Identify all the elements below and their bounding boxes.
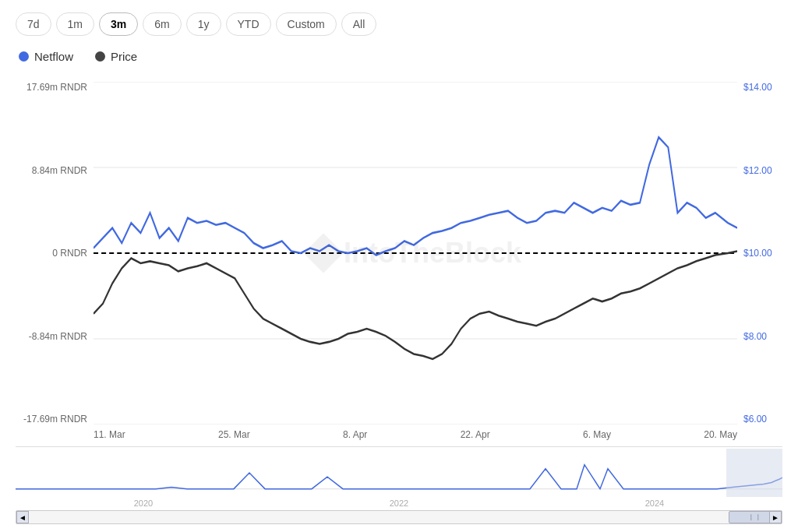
legend-dot-blue [19, 51, 29, 62]
y-axis-left-label: 8.84m RNDR [16, 165, 87, 176]
chart-svg-container: IntoTheBlock [94, 82, 737, 425]
time-range-bar: 7d1m3m6m1yYTDCustomAll [16, 12, 782, 36]
mini-x-label: 2022 [390, 499, 408, 508]
time-btn-ytd[interactable]: YTD [226, 12, 271, 36]
x-axis: 11. Mar25. Mar8. Apr22. Apr6. May20. May [16, 425, 782, 440]
time-btn-custom[interactable]: Custom [276, 12, 337, 36]
x-axis-label: 22. Apr [461, 429, 490, 440]
y-axis-left: 17.69m RNDR8.84m RNDR0 RNDR-8.84m RNDR-1… [16, 82, 94, 425]
y-axis-left-label: 0 RNDR [16, 248, 87, 259]
mini-chart-section: 202020222024 [16, 446, 782, 510]
y-axis-left-label: -8.84m RNDR [16, 331, 87, 342]
time-btn-1m[interactable]: 1m [56, 12, 94, 36]
y-axis-left-label: 17.69m RNDR [16, 82, 87, 93]
legend-dot-dark [95, 51, 105, 62]
svg-rect-6 [726, 449, 782, 497]
scroll-left-button[interactable]: ◄ [16, 511, 29, 523]
y-axis-right-label: $14.00 [743, 82, 782, 93]
main-chart-area: 17.69m RNDR8.84m RNDR0 RNDR-8.84m RNDR-1… [16, 82, 782, 425]
scroll-right-button[interactable]: ► [769, 511, 782, 523]
legend-label-price: Price [111, 50, 137, 63]
main-container: 7d1m3m6m1yYTDCustomAll Netflow Price 17.… [0, 0, 798, 532]
x-axis-label: 8. Apr [343, 429, 367, 440]
y-axis-right-label: $6.00 [743, 414, 782, 425]
legend-item-netflow: Netflow [19, 50, 73, 63]
mini-x-label: 2024 [645, 499, 664, 508]
scrollbar-area[interactable]: ◄ ⁞ ⁞ ► [16, 510, 782, 524]
x-axis-label: 25. Mar [218, 429, 250, 440]
x-axis-label: 6. May [583, 429, 611, 440]
y-axis-right: $14.00$12.00$10.00$8.00$6.00 [737, 82, 782, 425]
mini-x-label: 2020 [134, 499, 153, 508]
x-axis-label: 20. May [704, 429, 737, 440]
y-axis-left-label: -17.69m RNDR [16, 414, 87, 425]
mini-x-labels: 202020222024 [16, 497, 782, 508]
time-btn-1y[interactable]: 1y [186, 12, 221, 36]
y-axis-right-label: $12.00 [743, 165, 782, 176]
time-btn-3m[interactable]: 3m [99, 12, 138, 36]
time-btn-all[interactable]: All [341, 12, 377, 36]
time-btn-7d[interactable]: 7d [16, 12, 51, 36]
y-axis-right-label: $10.00 [743, 248, 782, 259]
legend: Netflow Price [19, 50, 782, 63]
legend-label-netflow: Netflow [34, 50, 73, 63]
x-axis-label: 11. Mar [94, 429, 125, 440]
y-axis-right-label: $8.00 [743, 331, 782, 342]
scroll-handle-grip: ⁞ ⁞ [750, 513, 761, 523]
mini-chart-container [16, 449, 782, 497]
time-btn-6m[interactable]: 6m [143, 12, 181, 36]
legend-item-price: Price [95, 50, 137, 63]
